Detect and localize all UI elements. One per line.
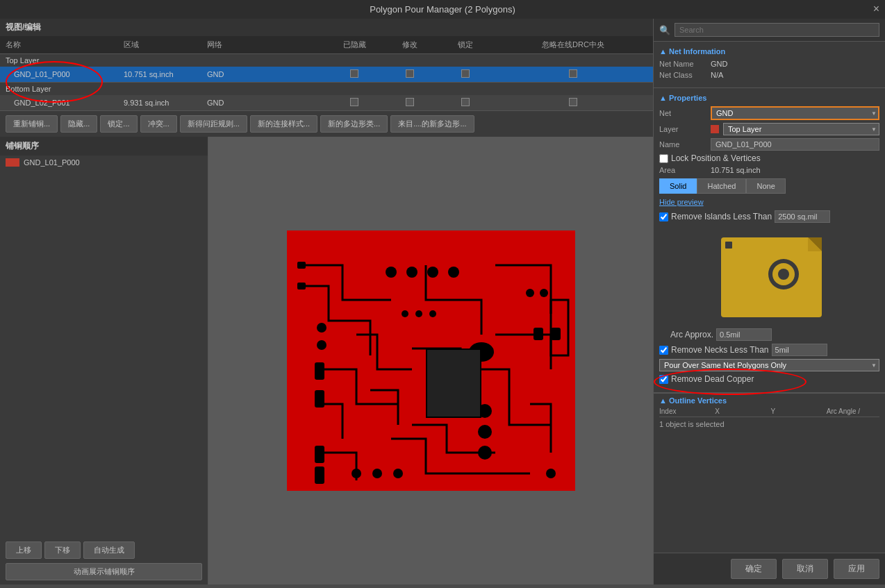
- right-panel: 🔍 ▲ Net Information Net Name GND Net Cla…: [653, 19, 885, 585]
- hatched-button[interactable]: Hatched: [697, 178, 746, 194]
- remove-necks-checkbox[interactable]: [659, 346, 668, 355]
- toolbar-row: 重新铺铜... 隐藏... 锁定... 冲突... 新得问距规则... 新的连接…: [0, 111, 653, 137]
- remove-islands-checkbox[interactable]: [659, 212, 668, 221]
- animate-button[interactable]: 动画展示铺铜顺序: [6, 563, 202, 580]
- svg-rect-41: [725, 241, 733, 249]
- table-row[interactable]: GND_L01_P000 10.751 sq.inch GND: [0, 67, 653, 83]
- layer-property-row: Layer Top Layer Bottom Layer: [659, 123, 879, 135]
- remove-islands-label: Remove Islands Less Than: [671, 212, 772, 221]
- remove-necks-label: Remove Necks Less Than: [671, 345, 769, 355]
- collapse-icon[interactable]: ▲: [659, 94, 669, 102]
- section-header-label: 视图/编辑: [6, 22, 41, 33]
- row-modified[interactable]: [382, 68, 438, 81]
- row-ignoredrc[interactable]: [493, 96, 653, 109]
- lock-button[interactable]: 锁定...: [100, 115, 137, 133]
- svg-rect-12: [315, 362, 324, 380]
- pcb-preview-area: [208, 137, 653, 585]
- pcb-board: [287, 230, 575, 491]
- solid-button[interactable]: Solid: [659, 178, 697, 194]
- confirm-button[interactable]: 确定: [731, 559, 777, 579]
- search-bar: 🔍: [654, 19, 885, 42]
- row-hidden[interactable]: [326, 68, 382, 81]
- svg-rect-36: [738, 309, 744, 316]
- svg-point-29: [415, 310, 422, 317]
- connect-button[interactable]: 新的连接样式...: [250, 115, 317, 133]
- clearance-button[interactable]: 新得问距规则...: [180, 115, 247, 133]
- spacer: [654, 431, 885, 553]
- row-ignoredrc[interactable]: [493, 68, 653, 81]
- apply-button[interactable]: 应用: [834, 559, 879, 579]
- hide-button[interactable]: 隐藏...: [60, 115, 97, 133]
- arc-approx-input[interactable]: [716, 328, 772, 341]
- remove-dead-copper-row: Remove Dead Copper: [659, 374, 879, 384]
- net-name-label: Net Name: [659, 60, 708, 68]
- name-property-label: Name: [659, 140, 708, 149]
- name-input[interactable]: [711, 138, 879, 151]
- order-item[interactable]: GND_L01_P000: [0, 156, 208, 169]
- svg-rect-13: [315, 390, 324, 408]
- row-locked[interactable]: [438, 96, 493, 109]
- repour-button[interactable]: 重新铺铜...: [6, 115, 58, 133]
- hide-preview-link[interactable]: Hide preview: [659, 198, 879, 206]
- section-header: 视图/编辑: [0, 19, 653, 36]
- net-name-value: GND: [711, 60, 727, 68]
- remove-dead-copper-checkbox[interactable]: [659, 375, 668, 384]
- move-up-button[interactable]: 上移: [6, 541, 42, 559]
- pour-over-row: Pour Over Same Net Polygons Only Pour Ov…: [659, 359, 879, 371]
- row-hidden[interactable]: [326, 96, 382, 109]
- svg-rect-14: [315, 446, 324, 463]
- bottom-left: 铺铜顺序 GND_L01_P000 上移 下移 自动生成 动画展示铺铜顺序: [0, 137, 653, 585]
- col-locked: 锁定: [438, 38, 493, 51]
- table-row[interactable]: GND_L02_P001 9.931 sq.inch GND: [0, 95, 653, 111]
- area-property-row: Area 10.751 sq.inch: [659, 166, 879, 174]
- layer-dropdown[interactable]: Top Layer Bottom Layer: [723, 123, 879, 135]
- layer-dropdown-wrapper[interactable]: Top Layer Bottom Layer: [723, 123, 879, 135]
- collapse-icon[interactable]: ▲: [659, 47, 669, 56]
- remove-necks-input[interactable]: [772, 344, 827, 356]
- poly-class-button[interactable]: 新的多边形类...: [320, 115, 388, 133]
- pour-over-dropdown[interactable]: Pour Over Same Net Polygons Only Pour Ov…: [659, 359, 879, 371]
- row-locked[interactable]: [438, 68, 493, 81]
- search-input[interactable]: [675, 23, 879, 37]
- none-button[interactable]: None: [746, 178, 785, 194]
- outline-table-header: Index X Y Arc Angle /: [659, 408, 879, 417]
- outline-col-x: X: [715, 408, 768, 415]
- auto-gen-button[interactable]: 自动生成: [83, 541, 135, 559]
- area-property-label: Area: [659, 166, 708, 174]
- svg-rect-39: [766, 309, 771, 316]
- net-dropdown[interactable]: GND: [711, 106, 879, 120]
- remove-dead-copper-label: Remove Dead Copper: [671, 374, 754, 384]
- svg-point-6: [478, 446, 492, 460]
- collapse-icon[interactable]: ▲: [659, 396, 669, 405]
- svg-point-35: [778, 269, 789, 280]
- name-property-row: Name: [659, 138, 879, 151]
- net-dropdown-wrapper[interactable]: GND: [711, 106, 879, 120]
- outline-vertices-title: ▲ Outline Vertices: [659, 396, 879, 405]
- svg-rect-16: [534, 328, 543, 340]
- row-net: GND: [201, 97, 326, 108]
- search-icon: 🔍: [659, 25, 670, 35]
- net-info-title: ▲ Net Information: [659, 47, 879, 56]
- remove-islands-input[interactable]: [775, 210, 830, 223]
- close-button[interactable]: ×: [873, 3, 879, 15]
- outline-vertices-section: ▲ Outline Vertices Index X Y Arc Angle /…: [654, 393, 885, 431]
- properties-title: ▲ Properties: [659, 94, 879, 102]
- conflict-button[interactable]: 冲突...: [140, 115, 177, 133]
- cancel-button[interactable]: 取消: [782, 559, 828, 579]
- properties-section: ▲ Properties Net GND Layer Top Layer: [654, 88, 885, 393]
- pour-over-dropdown-wrapper[interactable]: Pour Over Same Net Polygons Only Pour Ov…: [659, 359, 879, 371]
- remove-islands-row: Remove Islands Less Than: [659, 210, 879, 223]
- pcb-svg: [287, 230, 575, 491]
- selected-info: 1 object is selected: [659, 420, 879, 428]
- from-poly-button[interactable]: 来目....的新多边形...: [390, 115, 474, 133]
- svg-point-27: [317, 340, 326, 350]
- polygon-preview-thumb: [707, 227, 832, 324]
- svg-rect-37: [747, 309, 753, 316]
- svg-rect-15: [315, 467, 324, 484]
- move-down-button[interactable]: 下移: [44, 541, 81, 559]
- lock-checkbox[interactable]: [659, 154, 668, 163]
- order-buttons: 上移 下移 自动生成: [0, 537, 208, 563]
- col-area: 区域: [118, 38, 201, 51]
- col-hidden: 已隐藏: [326, 38, 382, 51]
- row-modified[interactable]: [382, 96, 438, 109]
